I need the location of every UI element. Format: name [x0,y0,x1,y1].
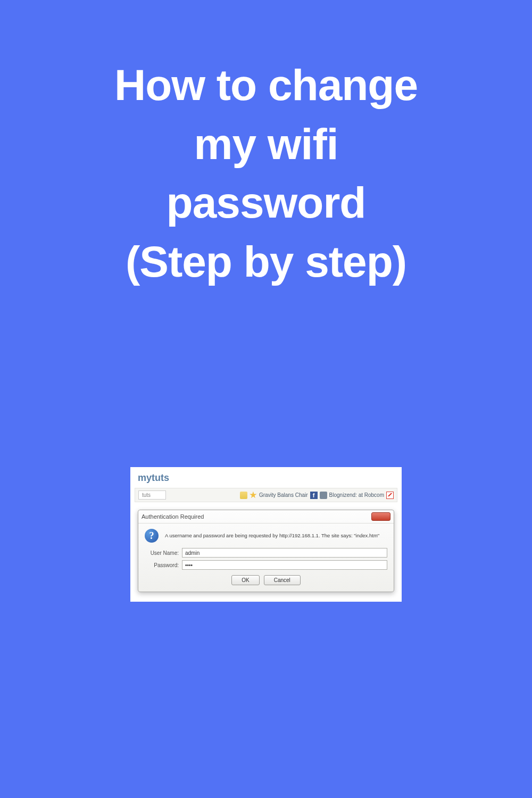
username-label: User Name: [145,550,179,556]
bookmark-label-2: Blognizend: at Robcom [329,492,384,498]
password-field[interactable]: •••• [182,560,387,570]
cancel-button[interactable]: Cancel [264,575,301,585]
brand-label: mytuts [135,472,397,484]
star-icon [250,492,257,499]
bookmark-label: Gravity Balans Chair [259,492,308,498]
dialog-titlebar: Authentication Required [138,510,394,523]
username-field[interactable]: admin [182,548,387,558]
dialog-message: A username and password are being reques… [165,529,379,539]
password-label: Password: [145,562,179,568]
folder-icon [240,492,247,499]
auth-dialog: Authentication Required ? A username and… [138,510,394,592]
page-title: How to changemy wifipassword(Step by ste… [0,0,532,292]
app-icon [320,492,327,499]
url-fragment: tuts [138,491,166,500]
question-icon: ? [145,529,159,543]
ok-button[interactable]: OK [231,575,259,585]
gmail-icon [386,492,394,499]
dialog-title-text: Authentication Required [142,513,204,520]
close-button[interactable] [371,512,390,521]
router-login-screenshot: mytuts tuts Gravity Balans Chair f Blogn… [130,467,402,602]
browser-toolbar: tuts Gravity Balans Chair f Blognizend: … [135,488,397,502]
facebook-icon: f [310,492,318,499]
